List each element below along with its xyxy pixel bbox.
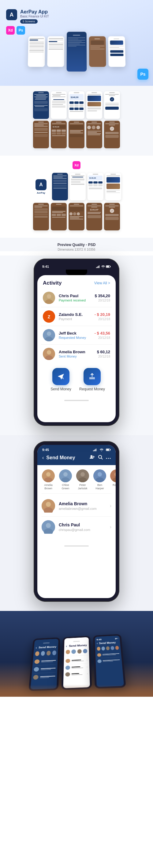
contact-name-rafael: Rafael	[113, 484, 116, 487]
send-list-item[interactable]: Chris Paul chrispau@gmail.com ›	[42, 517, 111, 537]
battery-icon-send	[106, 448, 111, 451]
svg-rect-21	[95, 449, 95, 451]
amelia-brown-date: 20/12/18	[97, 355, 110, 358]
send-amelia-name: Amelia Brown	[59, 501, 106, 506]
svg-rect-25	[110, 449, 111, 451]
home-indicator	[37, 397, 116, 404]
xd-logo-block: A AerPay	[32, 179, 50, 194]
hero-phones	[5, 32, 148, 67]
avatar-chris-paul	[43, 292, 55, 304]
jeff-beck-amount: - $ 43,56	[94, 331, 110, 336]
contact-ben[interactable]: Ben Harper	[93, 469, 107, 490]
send-chris-name: Chris Paul	[59, 522, 106, 527]
avatar-image	[43, 292, 55, 304]
xd-row-1: A AerPay $140,00	[3, 173, 150, 200]
send-title: Send Money	[46, 455, 75, 461]
svg-rect-7	[107, 266, 109, 268]
wifi-icon-send	[100, 448, 104, 451]
send-chris-email: chrispau@gmail.com	[59, 528, 106, 532]
svg-point-9	[47, 294, 51, 299]
jeff-beck-date: 20/12/18	[94, 336, 110, 339]
svg-text:Z: Z	[48, 314, 50, 319]
xd-thumb-4	[105, 173, 121, 200]
send-nav-title-row: ‹ Send Money	[42, 455, 111, 461]
thumb-1	[33, 91, 49, 119]
chris-paul-name: Chris Paul	[59, 293, 91, 298]
send-list-item[interactable]: Amelia Brown ameliabrown@gmail.com ›	[42, 495, 111, 517]
view-all-link[interactable]: View All >	[94, 281, 110, 285]
jeff-beck-name: Jeff Beck	[59, 331, 91, 336]
hero-phone-3	[89, 36, 106, 67]
peter-avatar-img	[76, 469, 89, 482]
contact-avatar-peter	[76, 469, 89, 482]
svg-rect-3	[99, 265, 100, 268]
svg-rect-0	[96, 267, 97, 268]
request-icon	[88, 373, 96, 380]
app-subtitle: Basic Finance UI KIT	[20, 15, 49, 18]
more-icon[interactable]	[106, 455, 111, 461]
thumb-9	[86, 121, 102, 148]
screen-count-badge: 5 Screens	[20, 19, 38, 24]
persp-screen-3: 9:45 ‹ Send Money	[95, 636, 124, 687]
xd-badge: Xd	[73, 161, 80, 169]
preview-quality-label: Preview Quality - PSD	[3, 243, 150, 247]
contact-chloe[interactable]: Chloe Green	[59, 469, 72, 490]
svg-rect-2	[98, 266, 99, 268]
perspective-section: ‹ Send Money	[0, 611, 153, 697]
amelia-avatar-img	[42, 469, 55, 482]
send-nav: 9:45	[37, 445, 116, 465]
search-svg	[98, 455, 103, 460]
svg-rect-19	[93, 451, 93, 451]
send-money-icon-bg	[52, 368, 70, 385]
avatar-jeff-beck	[43, 329, 55, 341]
activity-item: Jeff Beck Requested Money - $ 43,56 20/1…	[41, 326, 112, 345]
thumb-4	[86, 91, 102, 119]
contacts-row: Amelia Brown Chloe Green	[37, 465, 116, 493]
signal-icon-send	[93, 448, 97, 451]
activity-phone-frame: 9:41	[34, 258, 119, 426]
preview-section: Preview Quality - PSD Dimensions 13372 X…	[0, 238, 153, 251]
screens-grid-section: $140,00	[0, 86, 153, 156]
send-amelia-info: Amelia Brown ameliabrown@gmail.com	[59, 501, 106, 510]
amelia-brown-type: Sent Money	[59, 354, 93, 358]
send-money-action[interactable]: Send Money	[47, 368, 75, 391]
svg-rect-1	[97, 267, 98, 268]
thumb-3: $140,00	[69, 91, 84, 119]
request-money-action[interactable]: Request Money	[78, 368, 106, 391]
thumb-6	[33, 121, 49, 148]
activity-title: Activity	[43, 280, 62, 286]
send-home-indicator	[37, 539, 116, 550]
zalando-amount-col: - $ 20,19 20/12/18	[94, 312, 110, 321]
chris-paul-type: Payment received	[59, 299, 91, 302]
svg-point-33	[46, 472, 50, 476]
add-people-icon[interactable]	[89, 455, 95, 461]
svg-rect-26	[107, 449, 109, 451]
request-money-label: Request Money	[79, 387, 105, 391]
hero-phone-main	[66, 32, 87, 72]
contact-amelia[interactable]: Amelia Brown	[42, 469, 55, 490]
avatar-image	[43, 348, 55, 360]
persp-phone-1: ‹ Send Money	[29, 637, 60, 691]
thumb-8	[69, 121, 84, 148]
search-icon[interactable]	[98, 455, 103, 461]
svg-point-30	[108, 458, 109, 459]
zalando-type: Payment	[59, 317, 91, 321]
send-chris-chevron: ›	[110, 524, 111, 530]
contact-rafael[interactable]: Rafael	[110, 469, 116, 490]
chloe-avatar-img	[59, 469, 72, 482]
send-avatar-chris	[42, 520, 55, 534]
avatar-zalando: Z	[43, 310, 55, 322]
screens-row-2: $140,00	[3, 121, 150, 148]
avatar-image: Z	[43, 310, 55, 322]
thumb-2	[51, 91, 67, 119]
contact-peter[interactable]: Peter Jarlutsk	[76, 469, 89, 490]
more-svg	[106, 458, 111, 459]
xd-section: Xd A AerPay	[0, 156, 153, 238]
xd-thumb-9: ✓	[104, 203, 120, 230]
avatar-amelia-brown	[43, 348, 55, 360]
send-status-icons	[93, 448, 111, 451]
chris-paul-date: 20/12/18	[94, 299, 110, 302]
back-arrow[interactable]: ‹	[42, 455, 44, 461]
hero-phone-4	[108, 36, 125, 67]
zalando-amount: - $ 20,19	[94, 312, 110, 317]
